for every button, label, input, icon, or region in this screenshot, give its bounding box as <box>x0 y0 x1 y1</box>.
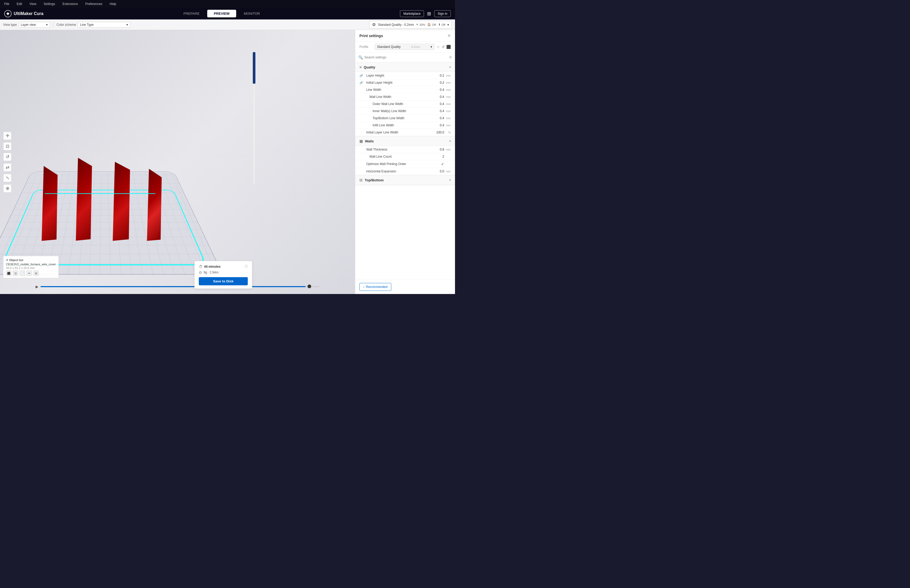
quality-label: Standard Quality - 0.2mm <box>378 23 414 27</box>
initial-layer-height-unit: mm <box>444 81 451 84</box>
viewport[interactable]: ✛ ⊡ ↺ ⇄ ⤡ ⊕ ∧ Object list CE3E3V2_mobile… <box>0 30 355 294</box>
close-button[interactable]: ✕ <box>448 33 451 38</box>
view-type-value: Layer view <box>21 23 36 27</box>
grid-icon[interactable]: ⊞ <box>426 10 432 18</box>
initial-layer-line-width-value[interactable]: 100.0 <box>431 131 444 134</box>
inner-wall-line-width-value[interactable]: 0.4 <box>431 109 444 113</box>
print-settings-title: Print settings <box>359 34 383 38</box>
signin-button[interactable]: Sign in <box>434 10 451 17</box>
quality-extra-1-value: 20% <box>419 23 425 26</box>
tab-preview[interactable]: PREVIEW <box>207 10 236 17</box>
rotate-tool[interactable]: ↺ <box>3 153 11 161</box>
wall-line-count-name: Wall Line Count <box>364 155 431 158</box>
logo-icon <box>4 10 11 17</box>
object-icons: ⬛ ⊡ 📄 ✏ ⊟ <box>6 271 56 276</box>
quality-header-left: ≡ Quality <box>359 65 375 69</box>
layer-slider-thumb[interactable] <box>307 284 311 288</box>
quality-selector[interactable]: ⚙ Standard Quality - 0.2mm ✕ 20% 🏠 Off ⬇… <box>369 21 452 28</box>
topbottom-section-title: Top/Bottom <box>365 178 384 182</box>
support-icon: ✕ <box>416 23 419 26</box>
wall-line-width-link-icon: 🔗 <box>359 95 363 99</box>
line-width-value[interactable]: 0.4 <box>431 88 444 92</box>
color-scheme-select[interactable]: Line Type ▾ <box>78 22 130 27</box>
support2-icon: 🏠 <box>427 23 431 26</box>
3d-scene <box>0 30 355 294</box>
object-icon-3[interactable]: 📄 <box>20 271 25 276</box>
menu-preferences[interactable]: Preferences <box>84 1 104 7</box>
vertical-slider-thumb[interactable] <box>253 52 255 84</box>
object-icon-2[interactable]: ⊡ <box>13 271 18 276</box>
top-bottom-link-icon: 🔗 <box>359 116 363 120</box>
profile-value: Standard Quality <box>377 45 401 49</box>
tab-monitor[interactable]: MONITOR <box>237 10 267 17</box>
layer-height-value[interactable]: 0.2 <box>431 74 444 78</box>
quality-chevron-icon: ▾ <box>449 65 451 69</box>
view-type-group: View type Layer view ▾ <box>3 22 50 27</box>
infill-line-width-name: Infill Line Width <box>364 123 431 127</box>
quality-extra-3-value: Off <box>441 23 445 26</box>
vertical-layer-slider[interactable]: 125 <box>253 50 255 294</box>
flip-tool[interactable]: ⇄ <box>3 163 11 171</box>
menu-extensions[interactable]: Extensions <box>61 1 79 7</box>
object-list-title[interactable]: ∧ Object list <box>6 258 56 262</box>
object-icon-4[interactable]: ✏ <box>27 271 32 276</box>
wall-line-width-value[interactable]: 0.4 <box>431 95 444 99</box>
layer-height-link-icon[interactable]: 🔗 <box>359 74 363 78</box>
menubar: File Edit View Settings Extensions Prefe… <box>0 0 455 8</box>
save-to-disk-button[interactable]: Save to Disk <box>199 277 248 285</box>
marketplace-button[interactable]: Marketplace <box>400 10 424 17</box>
walls-section-header[interactable]: ▦ Walls ▾ <box>355 136 455 146</box>
profile-chevron-icon: ▾ <box>430 45 432 49</box>
menu-help[interactable]: Help <box>108 1 118 7</box>
move-tool[interactable]: ✛ <box>3 132 11 140</box>
initial-layer-height-link-icon[interactable]: 🔗 <box>359 81 363 84</box>
horizontal-expansion-value[interactable]: 0.0 <box>431 170 444 173</box>
initial-layer-height-value[interactable]: 0.2 <box>431 81 444 84</box>
menu-view[interactable]: View <box>28 1 38 7</box>
walls-header-left: ▦ Walls <box>359 139 373 143</box>
view-type-chevron-icon: ▾ <box>46 23 48 27</box>
outer-wall-line-width-value[interactable]: 0.4 <box>431 102 444 106</box>
chevron-left-icon: ‹ <box>364 285 364 289</box>
object-icon-5[interactable]: ⊟ <box>34 271 39 276</box>
search-input[interactable] <box>364 55 448 59</box>
wall-thickness-value[interactable]: 0.8 <box>431 148 444 151</box>
profile-value2: 0.2mm <box>411 45 420 48</box>
vertical-slider-track[interactable] <box>253 52 255 184</box>
wall-line-count-value[interactable]: 2 <box>431 155 444 158</box>
quality-extra-2-value: Off <box>432 23 436 26</box>
menu-settings[interactable]: Settings <box>42 1 57 7</box>
menu-file[interactable]: File <box>3 1 11 7</box>
infill-line-width-value[interactable]: 0.4 <box>431 123 444 127</box>
profile-star-icon[interactable]: ☆ <box>436 45 440 49</box>
layer-slider[interactable] <box>40 286 319 287</box>
view-tool[interactable]: ⊡ <box>3 142 11 150</box>
3d-object-fin-1 <box>42 166 58 241</box>
play-button[interactable]: ▶ <box>36 284 39 289</box>
quality-section-header[interactable]: ≡ Quality ▾ <box>355 62 455 72</box>
titlebar: UltiMaker Cura PREPARE PREVIEW MONITOR M… <box>0 8 455 19</box>
recommended-button[interactable]: ‹ Recommended <box>359 283 391 291</box>
top-bottom-line-width-value[interactable]: 0.4 <box>431 116 444 120</box>
estimate-panel: ⏱ 44 minutes ⓘ ⊙ 9g · 2.94m Save to Disk <box>194 261 252 289</box>
profile-refresh-icon[interactable]: ↺ <box>441 45 445 49</box>
profile-save-icon[interactable]: ⬛ <box>446 45 451 49</box>
extra-tool[interactable]: ⊕ <box>3 184 11 193</box>
topbottom-section-header[interactable]: ⊟ Top/Bottom ▾ <box>355 175 455 185</box>
optimize-wall-check[interactable]: ✓ <box>441 162 444 166</box>
object-icon-1[interactable]: ⬛ <box>6 271 11 276</box>
layer-line-indicator <box>45 193 155 194</box>
wall-line-count-row: 🔗 Wall Line Count 2 <box>355 153 455 160</box>
time-info-icon[interactable]: ⓘ <box>245 264 248 269</box>
svg-point-1 <box>7 13 9 15</box>
settings-menu-icon[interactable]: ≡ <box>449 55 452 60</box>
optimize-wall-name: Optimize Wall Printing Order <box>364 162 441 166</box>
menu-edit[interactable]: Edit <box>15 1 24 7</box>
profile-select[interactable]: Standard Quality 0.2mm ▾ <box>375 44 435 50</box>
support3-icon: ⬇ <box>438 23 441 26</box>
tab-prepare[interactable]: PREPARE <box>177 10 206 17</box>
scale-tool[interactable]: ⤡ <box>3 174 11 182</box>
view-type-select[interactable]: Layer view ▾ <box>18 22 50 27</box>
print-settings-panel: Print settings ✕ Profile Standard Qualit… <box>355 30 455 294</box>
time-value: 44 minutes <box>204 265 221 268</box>
